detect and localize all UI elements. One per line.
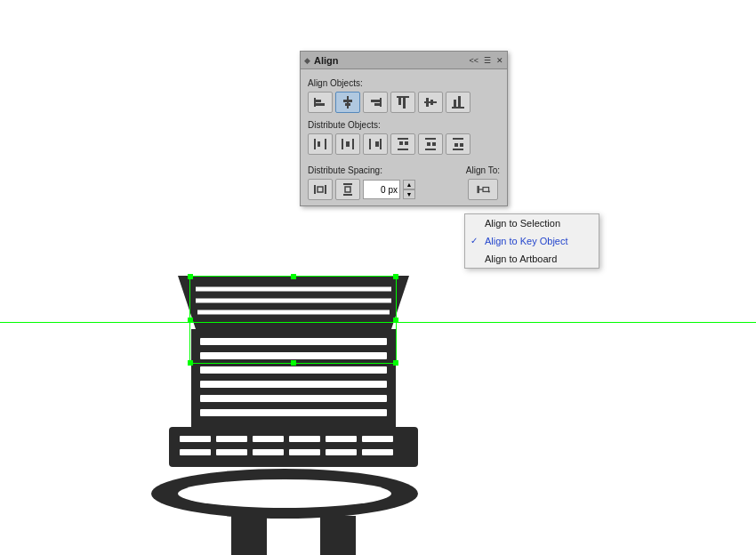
svg-rect-30 xyxy=(314,98,316,107)
align-bottom-edges-button[interactable] xyxy=(446,92,470,113)
distribute-objects-row xyxy=(308,133,500,155)
align-horizontal-centers-button[interactable] xyxy=(335,92,360,113)
svg-rect-73 xyxy=(343,183,352,185)
align-panel: ◆ Align << ☰ ✕ Align Objects: xyxy=(300,51,508,206)
panel-collapse-button[interactable]: << xyxy=(469,56,479,65)
distribute-spacing-label: Distribute Spacing: xyxy=(308,165,415,175)
svg-rect-70 xyxy=(314,185,316,194)
svg-rect-66 xyxy=(453,138,463,140)
svg-rect-6 xyxy=(200,352,387,359)
svg-rect-21 xyxy=(289,449,320,455)
svg-rect-51 xyxy=(318,141,320,147)
svg-rect-58 xyxy=(398,138,408,140)
panel-close-button[interactable]: ✕ xyxy=(496,56,503,65)
svg-rect-18 xyxy=(180,449,211,455)
svg-rect-74 xyxy=(343,194,352,196)
svg-rect-40 xyxy=(398,98,401,105)
svg-rect-67 xyxy=(453,149,463,150)
stepper-up-button[interactable]: ▲ xyxy=(403,180,415,189)
svg-rect-48 xyxy=(314,139,316,149)
svg-rect-37 xyxy=(371,100,380,102)
svg-rect-53 xyxy=(352,139,354,149)
svg-rect-9 xyxy=(200,395,387,402)
svg-rect-57 xyxy=(375,141,379,147)
distribute-top-edges-button[interactable] xyxy=(390,133,415,155)
align-to-label: Align To: xyxy=(466,165,500,175)
distribute-centers-v-button[interactable] xyxy=(418,133,443,155)
align-right-edges-button[interactable] xyxy=(363,92,388,113)
svg-rect-43 xyxy=(426,98,429,107)
align-left-edges-button[interactable] xyxy=(308,92,333,113)
svg-rect-61 xyxy=(405,141,408,145)
panel-body: Align Objects: xyxy=(301,69,507,205)
distribute-centers-h-button[interactable] xyxy=(335,133,360,155)
svg-rect-23 xyxy=(362,449,393,455)
guide-line xyxy=(0,322,756,323)
distribute-spacing-h-button[interactable] xyxy=(308,179,333,200)
svg-rect-46 xyxy=(454,100,456,107)
svg-rect-35 xyxy=(345,103,350,106)
dropdown-item-align-to-selection[interactable]: Align to Selection xyxy=(465,214,599,232)
svg-rect-52 xyxy=(342,139,343,149)
distribute-bottom-edges-button[interactable] xyxy=(446,133,470,155)
svg-point-25 xyxy=(178,479,391,508)
svg-rect-63 xyxy=(425,149,436,150)
svg-rect-72 xyxy=(318,187,323,192)
svg-rect-19 xyxy=(216,449,247,455)
svg-rect-32 xyxy=(316,103,325,106)
svg-rect-15 xyxy=(289,436,320,442)
svg-rect-10 xyxy=(200,409,387,416)
svg-rect-20 xyxy=(253,449,284,455)
distribute-left-edges-button[interactable] xyxy=(308,133,333,155)
panel-menu-button[interactable]: ☰ xyxy=(484,56,491,65)
svg-rect-56 xyxy=(380,139,382,149)
svg-rect-59 xyxy=(398,149,408,150)
svg-rect-31 xyxy=(316,100,321,102)
spacing-value-input[interactable] xyxy=(363,180,400,199)
svg-rect-5 xyxy=(200,338,387,345)
svg-rect-44 xyxy=(430,100,433,105)
bench-illustration xyxy=(142,258,445,555)
svg-rect-26 xyxy=(231,516,267,555)
svg-rect-68 xyxy=(454,143,458,147)
svg-rect-60 xyxy=(399,141,403,145)
panel-titlebar: ◆ Align << ☰ ✕ xyxy=(301,52,507,69)
bench-svg xyxy=(142,258,445,555)
svg-rect-69 xyxy=(460,143,463,147)
svg-rect-54 xyxy=(346,141,350,147)
svg-rect-64 xyxy=(427,142,430,146)
svg-rect-49 xyxy=(325,139,326,149)
svg-rect-65 xyxy=(432,142,436,146)
align-top-edges-button[interactable] xyxy=(390,92,415,113)
distribute-right-edges-button[interactable] xyxy=(363,133,388,155)
stepper-down-button[interactable]: ▼ xyxy=(403,189,415,199)
svg-rect-41 xyxy=(403,98,406,109)
spacing-stepper[interactable]: ▲ ▼ xyxy=(403,180,415,199)
svg-rect-27 xyxy=(320,516,356,555)
svg-rect-8 xyxy=(200,381,387,388)
align-to-dropdown-button[interactable] xyxy=(468,179,498,200)
svg-rect-17 xyxy=(362,436,393,442)
svg-rect-13 xyxy=(216,436,247,442)
dropdown-item-align-to-artboard[interactable]: Align to Artboard xyxy=(465,250,599,268)
align-to-dropdown-menu: Align to Selection Align to Key Object A… xyxy=(464,213,599,269)
svg-rect-75 xyxy=(345,187,350,192)
svg-rect-62 xyxy=(425,138,436,140)
svg-rect-16 xyxy=(326,436,357,442)
svg-rect-22 xyxy=(326,449,357,455)
svg-rect-7 xyxy=(200,366,387,374)
distribute-spacing-v-button[interactable] xyxy=(335,179,360,200)
svg-rect-78 xyxy=(483,188,489,192)
svg-rect-11 xyxy=(169,427,418,467)
svg-rect-39 xyxy=(397,96,409,98)
panel-diamond-icon: ◆ xyxy=(304,56,310,65)
svg-rect-12 xyxy=(180,436,211,442)
align-objects-label: Align Objects: xyxy=(308,78,500,88)
align-vertical-centers-button[interactable] xyxy=(418,92,443,113)
svg-rect-34 xyxy=(343,100,352,102)
svg-rect-14 xyxy=(253,436,284,442)
panel-title: Align xyxy=(314,55,339,66)
dropdown-item-align-to-key-object[interactable]: Align to Key Object xyxy=(465,232,599,250)
canvas: ◆ Align << ☰ ✕ Align Objects: xyxy=(0,0,756,555)
panel-title-left: ◆ Align xyxy=(304,55,339,66)
